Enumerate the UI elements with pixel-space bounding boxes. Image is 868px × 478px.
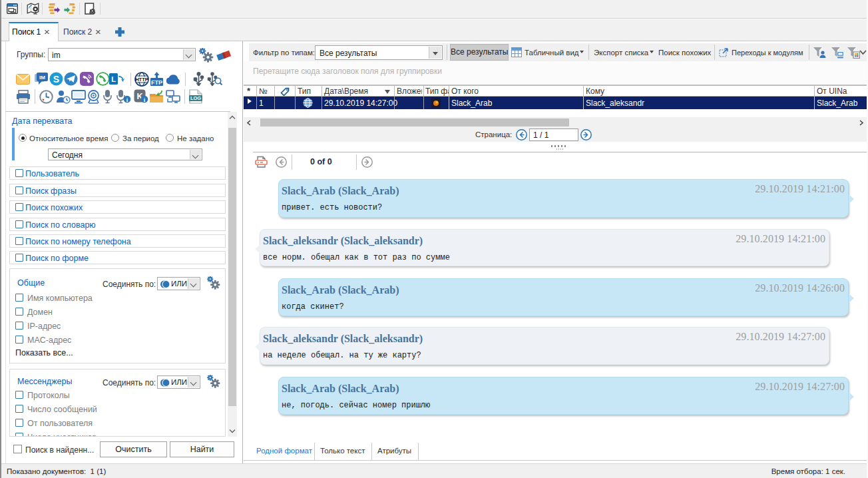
svg-text:FTP: FTP [151,79,162,86]
svg-text:S: S [53,74,59,85]
svg-text:HTTP: HTTP [135,77,148,83]
svg-text:IM: IM [39,75,45,81]
svg-text:LOG: LOG [190,95,201,101]
svg-text:L: L [111,75,116,83]
